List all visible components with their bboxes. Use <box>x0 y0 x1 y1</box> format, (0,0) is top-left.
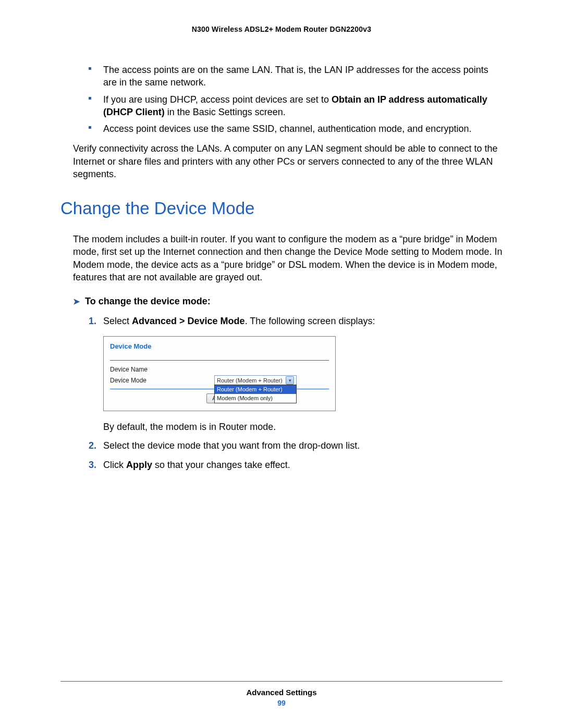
step-note: By default, the modem is in Router mode. <box>103 421 503 433</box>
select-value: Router (Modem + Router) <box>217 377 283 385</box>
bullet-text: The access points are on the same LAN. T… <box>103 65 488 88</box>
step-text-bold: Apply <box>126 460 152 470</box>
step-text: Select the device mode that you want fro… <box>103 440 360 451</box>
bullet-icon <box>89 97 91 100</box>
document-header: N300 Wireless ADSL2+ Modem Router DGN220… <box>60 25 503 33</box>
task-label: To change the device mode: <box>85 296 211 306</box>
device-name-row: Device Name <box>110 365 329 374</box>
device-name-label: Device Name <box>110 365 214 374</box>
dropdown-option[interactable]: Modem (Modem only) <box>215 394 296 403</box>
step-item: 2. Select the device mode that you want … <box>89 439 503 452</box>
divider <box>110 360 329 361</box>
section-heading: Change the Device Mode <box>60 197 503 220</box>
footer-page-number: 99 <box>60 699 503 707</box>
bullet-text-post: in the Basic Settings screen. <box>165 107 286 117</box>
step-item: 3. Click Apply so that your changes take… <box>89 459 503 471</box>
intro-paragraph: The modem includes a built-in router. If… <box>60 233 503 283</box>
step-text-pre: Select <box>103 316 132 326</box>
bullet-icon <box>89 67 91 70</box>
dropdown-option[interactable]: Router (Modem + Router) <box>215 385 296 394</box>
bullet-icon <box>89 126 91 129</box>
chevron-right-icon: ➤ <box>73 296 80 307</box>
bullet-item: Access point devices use the same SSID, … <box>89 122 503 135</box>
device-mode-panel: Device Mode Device Name Device Mode Rout… <box>103 336 336 411</box>
footer-divider <box>60 681 503 682</box>
device-mode-select[interactable]: Router (Modem + Router) ▾ <box>214 375 297 386</box>
verify-paragraph: Verify connectivity across the LANs. A c… <box>60 142 503 180</box>
step-text-bold: Advanced > Device Mode <box>132 316 245 326</box>
bullet-item: The access points are on the same LAN. T… <box>89 64 503 89</box>
panel-title: Device Mode <box>110 342 329 351</box>
bullet-item: If you are using DHCP, access point devi… <box>89 93 503 119</box>
chevron-down-icon: ▾ <box>286 376 294 385</box>
bullet-text: Access point devices use the same SSID, … <box>103 124 471 134</box>
bullet-list: The access points are on the same LAN. T… <box>60 64 503 135</box>
task-heading: ➤To change the device mode: <box>60 295 503 307</box>
footer-section: Advanced Settings <box>60 688 503 697</box>
device-mode-row: Device Mode Router (Modem + Router) ▾ Ro… <box>110 375 329 386</box>
steps-list: 1. Select Advanced > Device Mode. The fo… <box>60 315 503 471</box>
step-number: 1. <box>89 315 96 327</box>
device-mode-label: Device Mode <box>110 376 214 385</box>
device-mode-dropdown: Router (Modem + Router) Modem (Modem onl… <box>214 385 297 403</box>
page-footer: Advanced Settings 99 <box>60 681 503 707</box>
step-text-post: . The following screen displays: <box>245 316 375 326</box>
step-text-pre: Click <box>103 460 126 470</box>
step-number: 3. <box>89 459 96 471</box>
step-item: 1. Select Advanced > Device Mode. The fo… <box>89 315 503 433</box>
step-text-post: so that your changes take effect. <box>152 460 290 470</box>
bullet-text-pre: If you are using DHCP, access point devi… <box>103 94 332 105</box>
step-number: 2. <box>89 439 96 452</box>
